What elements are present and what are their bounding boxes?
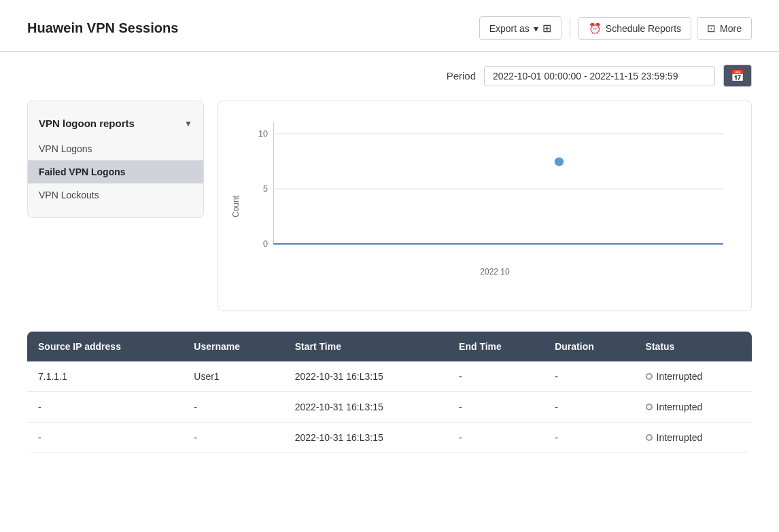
chart-x-label: 2022 10: [252, 267, 738, 277]
svg-point-7: [555, 158, 564, 166]
sidebar-group-label: VPN logoon reports: [39, 118, 135, 129]
sidebar-item-label: VPN Logons: [39, 143, 92, 154]
svg-text:0: 0: [263, 239, 268, 249]
cell-status: Interrupted: [635, 392, 752, 423]
status-dot: [646, 434, 653, 441]
sidebar-item-label: Failed VPN Logons: [39, 166, 126, 177]
svg-text:10: 10: [258, 129, 268, 139]
schedule-reports-button[interactable]: ⏰ Schedule Reports: [578, 17, 691, 40]
cell-end-time: -: [448, 423, 544, 453]
cell-source-ip: -: [27, 392, 183, 423]
more-label: More: [720, 23, 742, 34]
table-row: - - 2022-10-31 16:L3:15 - - Interrupted: [27, 392, 752, 423]
period-label: Period: [447, 70, 476, 82]
status-dot: [646, 404, 653, 410]
sidebar-item-label: VPN Lockouts: [39, 190, 99, 200]
col-end-time: End Time: [448, 332, 544, 361]
status-dot: [646, 373, 653, 380]
cell-duration: -: [544, 392, 634, 423]
page-title: Huawein VPN Sessions: [27, 20, 178, 36]
schedule-reports-label: Schedule Reports: [606, 23, 681, 34]
sidebar-item-vpn-logons[interactable]: VPN Logons: [28, 137, 203, 160]
table-row: - - 2022-10-31 16:L3:15 - - Interrupted: [27, 423, 752, 453]
cell-start-time: 2022-10-31 16:L3:15: [284, 361, 448, 392]
cell-duration: -: [544, 361, 634, 392]
col-source-ip: Source IP address: [27, 332, 183, 361]
svg-text:5: 5: [263, 184, 268, 194]
table-body: 7.1.1.1 User1 2022-10-31 16:L3:15 - - In…: [27, 361, 752, 453]
period-input[interactable]: [484, 66, 715, 86]
sidebar-item-failed-vpn-logons[interactable]: Failed VPN Logons: [28, 160, 203, 183]
cell-source-ip: -: [27, 423, 183, 453]
table-section: Source IP address Username Start Time En…: [27, 332, 752, 453]
cell-username: -: [183, 423, 284, 453]
cell-username: User1: [183, 361, 284, 392]
header: Huawein VPN Sessions Export as ▾ ⊞ ⏰ Sch…: [0, 0, 779, 52]
cell-status: Interrupted: [635, 361, 752, 392]
sidebar-item-vpn-lockouts[interactable]: VPN Lockouts: [28, 183, 203, 207]
more-icon: ⊡: [707, 22, 716, 35]
export-button[interactable]: Export as ▾ ⊞: [479, 16, 561, 40]
cell-username: -: [183, 392, 284, 423]
main-content: VPN logoon reports ▼ VPN Logons Failed V…: [0, 94, 779, 325]
more-button[interactable]: ⊡ More: [697, 17, 752, 40]
cell-end-time: -: [448, 361, 544, 392]
col-status: Status: [635, 332, 752, 361]
export-icon: ⊞: [542, 22, 551, 35]
sidebar-group-title[interactable]: VPN logoon reports ▼: [28, 112, 203, 137]
chart-inner: 10 5 0 2022 10: [252, 115, 738, 278]
status-label: Interrupted: [657, 371, 703, 382]
status-label: Interrupted: [657, 432, 703, 443]
period-row: Period 📅: [0, 52, 779, 94]
cell-source-ip: 7.1.1.1: [27, 361, 183, 392]
col-start-time: Start Time: [284, 332, 448, 361]
cell-status: Interrupted: [635, 423, 752, 453]
chevron-down-icon: ▼: [184, 119, 192, 128]
cell-end-time: -: [448, 392, 544, 423]
cell-start-time: 2022-10-31 16:L3:15: [284, 392, 448, 423]
alarm-icon: ⏰: [589, 22, 602, 35]
chart-area: Count 10 5: [218, 101, 752, 311]
divider: [570, 19, 570, 38]
chart-y-label: Count: [231, 196, 241, 217]
data-table: Source IP address Username Start Time En…: [27, 332, 752, 453]
cell-duration: -: [544, 423, 634, 453]
table-header: Source IP address Username Start Time En…: [27, 332, 752, 361]
table-row: 7.1.1.1 User1 2022-10-31 16:L3:15 - - In…: [27, 361, 752, 392]
calendar-icon: 📅: [731, 70, 744, 82]
chevron-down-icon: ▾: [534, 23, 538, 34]
col-username: Username: [183, 332, 284, 361]
cell-start-time: 2022-10-31 16:L3:15: [284, 423, 448, 453]
sidebar: VPN logoon reports ▼ VPN Logons Failed V…: [27, 101, 204, 218]
calendar-button[interactable]: 📅: [723, 65, 752, 87]
chart-container: Count 10 5: [232, 115, 738, 298]
header-actions: Export as ▾ ⊞ ⏰ Schedule Reports ⊡ More: [479, 16, 752, 40]
status-label: Interrupted: [657, 402, 703, 412]
chart-svg: 10 5 0: [252, 115, 738, 264]
col-duration: Duration: [544, 332, 634, 361]
export-label: Export as: [489, 23, 530, 34]
